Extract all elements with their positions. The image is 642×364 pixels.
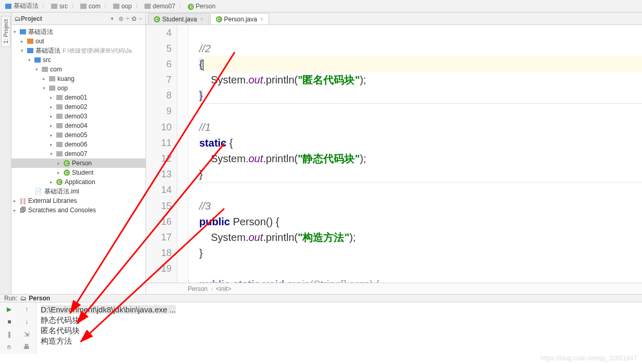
wrap-button[interactable]: ⇲: [19, 329, 35, 340]
down-button[interactable]: ↓: [19, 316, 35, 327]
tree-node[interactable]: ▾基础语法: [11, 27, 146, 37]
left-tool-strip: 1: Project: [0, 13, 11, 294]
crumb-class[interactable]: Person: [188, 285, 208, 293]
locate-icon[interactable]: ⊕: [118, 15, 124, 22]
close-icon[interactable]: ×: [260, 16, 263, 22]
tree-node[interactable]: ▾oop: [11, 83, 146, 93]
editor-area: CStudent.java×CPerson.java× 456789101112…: [146, 13, 642, 294]
close-icon[interactable]: ×: [200, 16, 203, 22]
editor-breadcrumb[interactable]: Person › <init>: [146, 283, 642, 294]
collapse-icon[interactable]: ÷: [126, 15, 129, 22]
run-label: Run:: [4, 295, 17, 302]
editor-tabs: CStudent.java×CPerson.java×: [146, 13, 642, 25]
project-pane: 🗂 Project ▼ ⊕ ÷ ✿ − ▾基础语法▸out▾基础语法F:\班级管…: [11, 13, 146, 294]
project-header: 🗂 Project ▼ ⊕ ÷ ✿ −: [11, 13, 146, 25]
breadcrumb-item[interactable]: demo07: [142, 3, 177, 10]
breadcrumb-item[interactable]: src: [49, 3, 70, 10]
tree-node[interactable]: ▸kuang: [11, 74, 146, 83]
watermark: https://blog.csdn.net/qq_32651847: [541, 355, 637, 362]
tree-node[interactable]: ▾基础语法F:\班级管理\网课班\代码\Ja: [11, 46, 146, 55]
tree-node[interactable]: ▸🗐Scratches and Consoles: [11, 205, 146, 215]
crumb-method[interactable]: <init>: [216, 285, 231, 293]
tree-node[interactable]: ▸demo01: [11, 93, 146, 102]
tree-node[interactable]: ▸out: [11, 37, 146, 46]
tree-node[interactable]: ▸CPerson: [11, 159, 146, 168]
code-editor[interactable]: 45678910111213141516171819 //2{ System.o…: [146, 25, 642, 283]
tree-node[interactable]: ▸demo04: [11, 121, 146, 130]
run-panel: Run: 🗂 Person ▶ ↑ ■ ↓ ‖ ⇲ ⎋ 🖶 D:\Environ…: [0, 294, 642, 353]
breadcrumb-item[interactable]: oop: [111, 3, 134, 10]
tree-node[interactable]: ▾src: [11, 55, 146, 65]
run-toolbar: ▶ ↑ ■ ↓ ‖ ⇲ ⎋ 🖶: [0, 302, 37, 354]
breadcrumb-item[interactable]: CPerson: [186, 3, 217, 10]
editor-tab[interactable]: CStudent.java×: [148, 13, 209, 25]
tree-node[interactable]: ▸demo05: [11, 130, 146, 140]
project-tree[interactable]: ▾基础语法▸out▾基础语法F:\班级管理\网课班\代码\Ja▾src▾com▸…: [11, 25, 146, 294]
pause-button[interactable]: ‖: [1, 329, 18, 340]
up-button[interactable]: ↑: [19, 304, 35, 315]
tree-node[interactable]: ▸demo03: [11, 112, 146, 121]
line-gutter: 45678910111213141516171819: [146, 25, 177, 283]
editor-tab[interactable]: CPerson.java×: [210, 13, 269, 25]
tree-node[interactable]: ▸demo02: [11, 102, 146, 112]
exit-button[interactable]: ⎋: [1, 341, 18, 353]
tree-node[interactable]: ▸CStudent: [11, 168, 146, 177]
run-console[interactable]: D:\Environment\jdk8\jdk\bin\java.exe ...…: [37, 302, 642, 354]
run-header: Run: 🗂 Person: [0, 295, 642, 302]
rerun-button[interactable]: ▶: [1, 304, 18, 315]
tree-node[interactable]: 📄基础语法.iml: [11, 187, 146, 196]
breadcrumb: 基础语法〉src〉com〉oop〉demo07〉CPerson: [0, 0, 642, 13]
breadcrumb-item[interactable]: com: [78, 3, 103, 10]
tree-node[interactable]: ▾demo07: [11, 149, 146, 159]
settings-icon[interactable]: ✿: [131, 15, 137, 22]
tree-node[interactable]: ▸‖‖External Libraries: [11, 196, 146, 205]
breadcrumb-item[interactable]: 基础语法: [3, 2, 41, 10]
code-content[interactable]: //2{ System.out.println("匿名代码块");} //1st…: [189, 25, 642, 283]
run-config-name[interactable]: Person: [29, 295, 50, 302]
fold-gutter: [177, 25, 189, 283]
tree-node[interactable]: ▸CApplication: [11, 177, 146, 187]
chevron-right-icon: ›: [211, 285, 213, 293]
stop-button[interactable]: ■: [1, 316, 18, 327]
project-title[interactable]: Project: [21, 15, 110, 22]
print-button[interactable]: 🖶: [19, 341, 35, 353]
hide-icon[interactable]: −: [139, 15, 142, 22]
project-tool-tab[interactable]: 1: Project: [1, 16, 10, 47]
tree-node[interactable]: ▸demo06: [11, 140, 146, 149]
project-view-icon: 🗂: [15, 15, 21, 22]
tree-node[interactable]: ▾com: [11, 65, 146, 74]
